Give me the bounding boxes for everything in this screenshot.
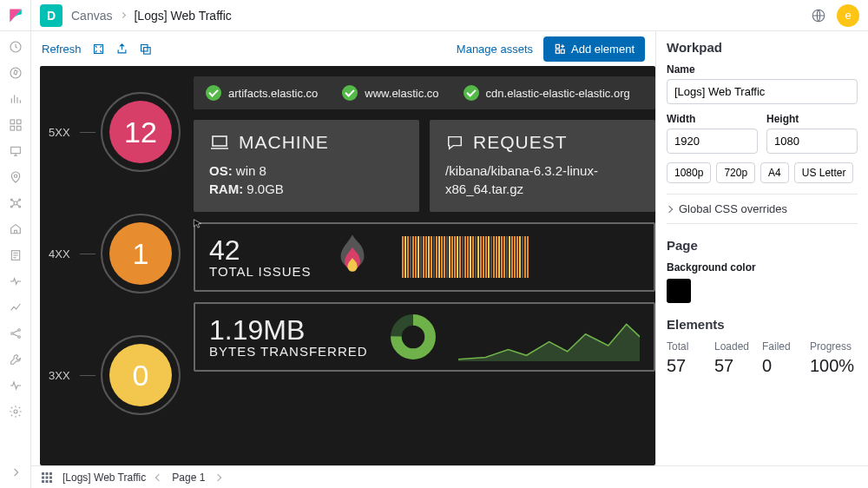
compass-icon[interactable] [9,66,23,80]
svg-point-17 [17,336,20,339]
width-label: Width [667,113,758,125]
ml-icon[interactable] [9,196,23,210]
workpad-header: Workpad [667,40,858,55]
canvas-toolbar: Refresh Manage assets Add element [31,31,655,66]
status-3xx[interactable]: 3XX 0 [40,335,183,415]
kibana-logo-icon [8,8,23,23]
css-overrides-accordion[interactable]: Global CSS overrides [667,194,858,224]
preset-usletter[interactable]: US Letter [794,162,854,183]
machine-os: win 8 [236,163,266,178]
svg-rect-31 [42,476,44,478]
bytes-area-chart [458,313,640,361]
canvas-viewport[interactable]: 5XX 12 4XX 1 3XX 0 [40,66,655,465]
flame-icon [332,233,372,281]
svg-rect-24 [561,49,564,53]
user-avatar[interactable]: e [837,4,859,27]
bytes-label: BYTES TRANSFERRED [209,344,368,359]
total-issues-row[interactable]: 42 TOTAL ISSUES [194,222,655,292]
uptime-icon[interactable] [9,300,23,314]
cursor-icon [192,218,204,230]
chevron-right-icon [120,12,126,18]
svg-point-18 [14,410,17,413]
map-pin-icon[interactable] [9,170,23,184]
left-nav [0,31,31,488]
preset-1080p[interactable]: 1080p [667,162,711,183]
svg-rect-29 [46,472,49,475]
footer-page-label[interactable]: Page 1 [172,472,205,484]
infra-icon[interactable] [9,222,23,236]
svg-rect-4 [16,120,21,124]
next-page-icon[interactable] [214,473,221,480]
svg-rect-30 [49,472,52,475]
svg-point-2 [10,68,21,78]
request-card[interactable]: REQUEST /kibana/kibana-6.3.2-linux-x86_6… [430,120,655,212]
stat-loaded: Loaded 57 [714,340,762,376]
status-5xx-value: 12 [109,101,172,163]
preset-row: 1080p 720p A4 US Letter [667,162,858,183]
status-4xx-label: 4XX [49,247,80,260]
refresh-button[interactable]: Refresh [42,43,82,56]
host-pill-0: artifacts.elastic.co [206,85,318,101]
bg-color-swatch[interactable] [667,279,691,303]
news-feed-icon[interactable] [811,8,826,23]
status-3xx-label: 3XX [49,369,80,382]
machine-card[interactable]: MACHINE OS: win 8 RAM: 9.0GB [194,120,419,212]
width-input[interactable] [667,129,758,154]
page-header: Page [667,238,858,253]
prev-page-icon[interactable] [155,473,162,480]
dev-tools-icon[interactable] [9,353,23,366]
breadcrumb-app[interactable]: Canvas [71,9,112,23]
stat-total: Total 57 [667,340,714,376]
add-element-button[interactable]: Add element [543,36,645,62]
breadcrumb-workpad[interactable]: [Logs] Web Traffic [134,9,231,23]
monitoring-icon[interactable] [9,379,23,392]
svg-rect-3 [10,120,15,124]
dashboard-icon[interactable] [9,118,23,132]
bytes-row[interactable]: 1.19MB BYTES TRANSFERRED [194,302,655,372]
machine-title: MACHINE [239,132,329,153]
add-element-icon [554,43,566,55]
management-icon[interactable] [9,405,23,419]
machine-ram: 9.0GB [247,181,284,196]
footer-workpad-name[interactable]: [Logs] Web Traffic [62,472,146,484]
graph-icon[interactable] [9,326,23,340]
svg-rect-25 [213,136,227,146]
app-icon[interactable]: D [40,4,62,27]
grid-icon[interactable] [42,472,52,483]
svg-rect-20 [141,44,148,51]
svg-rect-23 [556,49,559,53]
svg-rect-7 [10,147,20,153]
kibana-logo[interactable] [0,0,31,31]
svg-point-8 [14,175,16,177]
status-4xx[interactable]: 4XX 1 [40,214,183,293]
share-icon[interactable] [115,43,128,56]
preset-a4[interactable]: A4 [760,162,789,183]
request-title: REQUEST [473,132,568,153]
svg-rect-33 [49,476,52,478]
status-5xx[interactable]: 5XX 12 [40,92,183,172]
logs-icon[interactable] [9,248,23,262]
svg-rect-32 [46,476,49,478]
chevron-right-icon [666,205,673,212]
status-5xx-label: 5XX [49,126,80,139]
issues-value: 42 [209,236,312,264]
bar-chart-icon[interactable] [9,92,23,106]
apm-icon[interactable] [9,274,23,288]
fullscreen-icon[interactable] [92,43,105,56]
height-label: Height [766,113,858,125]
workpad-name-input[interactable] [667,79,858,104]
preset-720p[interactable]: 720p [716,162,755,183]
recent-icon[interactable] [9,40,23,54]
export-icon[interactable] [139,43,152,56]
donut-chart [389,313,437,361]
manage-assets-button[interactable]: Manage assets [457,43,533,56]
host-pills[interactable]: artifacts.elastic.co www.elastic.co cdn.… [194,76,655,109]
height-input[interactable] [766,129,858,154]
top-header: D Canvas [Logs] Web Traffic e [0,0,868,31]
settings-panel: Workpad Name Width Height 1080p 720p A4 … [655,31,868,465]
host-pill-1: www.elastic.co [342,85,438,101]
collapse-icon[interactable] [9,465,23,479]
canvas-icon[interactable] [9,144,23,158]
comment-icon [445,134,464,151]
status-3xx-value: 0 [109,344,172,406]
